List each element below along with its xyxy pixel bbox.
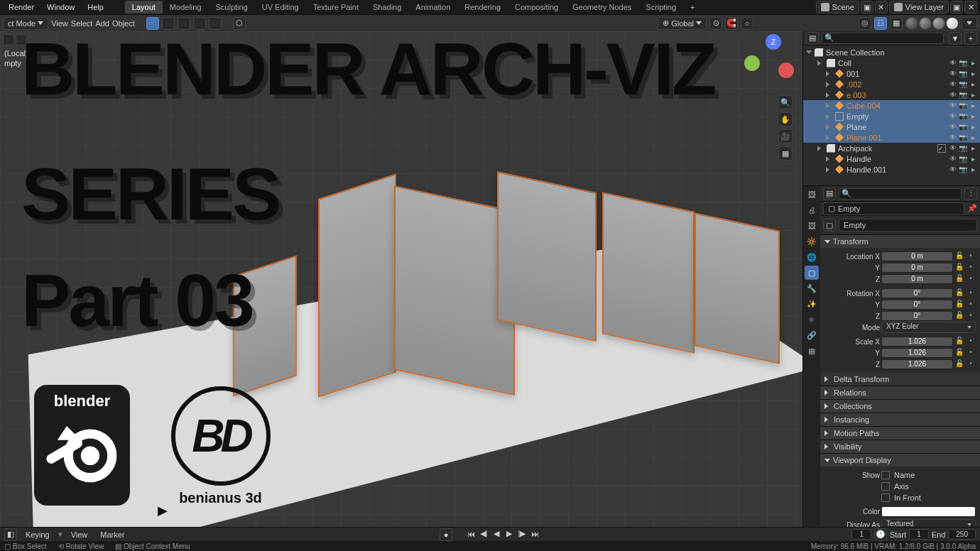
select-mode-5[interactable] <box>209 17 222 30</box>
tab-uv-editing[interactable]: UV Editing <box>255 1 306 13</box>
view-menu[interactable]: View <box>51 19 68 28</box>
tab-output-icon[interactable]: 🖨 <box>805 203 819 217</box>
section-header-transform[interactable]: Transform <box>820 235 980 248</box>
tab-layout[interactable]: Layout <box>125 1 163 13</box>
properties-pin-icon[interactable]: ▤ <box>823 187 836 200</box>
outliner-row[interactable]: .002👁📷▸ <box>803 79 980 89</box>
start-frame-field[interactable]: 1 <box>909 529 929 540</box>
view-layer-new-button[interactable]: ▣ <box>950 1 963 13</box>
color-swatch[interactable] <box>881 506 976 517</box>
scene-new-button[interactable]: ▣ <box>861 1 873 13</box>
tab-texture-paint[interactable]: Texture Paint <box>306 1 366 13</box>
gizmo-toggle[interactable]: ◎ <box>859 17 871 30</box>
disable-icon[interactable]: ▸ <box>969 144 977 153</box>
mode-dropdown[interactable]: ct Mode <box>3 17 48 30</box>
preview-range-icon[interactable]: 🕐 <box>874 528 887 541</box>
jump-start-icon[interactable]: ⏮ <box>465 528 477 540</box>
render-icon[interactable]: 📷 <box>959 102 967 110</box>
visibility-icon[interactable]: 👁 <box>949 91 957 99</box>
rotation-mode-dropdown[interactable]: XYZ Euler <box>881 322 976 333</box>
tab-geometry-nodes[interactable]: Geometry Nodes <box>565 1 638 13</box>
render-icon[interactable]: 📷 <box>959 144 967 153</box>
field-rotation-x[interactable]: 0° <box>881 288 953 298</box>
render-icon[interactable]: 📷 <box>959 70 967 78</box>
field-scale-y[interactable]: 1.026 <box>881 348 953 358</box>
section-header-motion-paths[interactable]: Motion Paths <box>820 427 980 440</box>
view-layer-selector[interactable]: View Layer <box>889 1 949 13</box>
proportional-toggle[interactable]: ○ <box>741 17 753 30</box>
disclosure-icon[interactable] <box>826 114 832 119</box>
tab-physics-icon[interactable]: ⚛ <box>805 312 819 327</box>
disable-icon[interactable]: ▸ <box>969 133 977 142</box>
visibility-icon[interactable]: 👁 <box>949 102 957 110</box>
outliner-tree[interactable]: Scene Collection Coll👁📷▸001👁📷▸.002👁📷▸e.0… <box>803 45 980 176</box>
object-menu[interactable]: Object <box>112 19 135 28</box>
tab-sculpting[interactable]: Sculpting <box>209 1 255 13</box>
visibility-icon[interactable]: 👁 <box>949 133 957 142</box>
orientation-dropdown[interactable]: ⊕ Global <box>658 17 707 30</box>
visibility-icon[interactable]: 👁 <box>949 144 957 153</box>
disable-icon[interactable]: ▸ <box>969 165 977 174</box>
outliner-filter-button[interactable]: ▼ <box>949 32 962 45</box>
key-next-icon[interactable]: |▶ <box>516 528 528 540</box>
checkbox-show-name[interactable] <box>881 471 890 479</box>
tab-rendering[interactable]: Rendering <box>457 1 508 13</box>
visibility-icon[interactable]: 👁 <box>949 123 957 131</box>
tab-render-icon[interactable]: 🖼 <box>805 187 819 202</box>
scene-delete-button[interactable]: ✕ <box>875 1 888 13</box>
disclosure-icon[interactable] <box>826 156 832 162</box>
tab-data-icon[interactable]: ▦ <box>805 344 819 358</box>
xray-toggle[interactable]: ▦ <box>890 17 903 30</box>
anim-icon[interactable]: • <box>966 288 976 298</box>
disclosure-icon[interactable] <box>826 92 832 98</box>
lock-icon[interactable]: 🔓 <box>954 337 964 347</box>
axis-y-icon[interactable] <box>744 55 760 71</box>
field-rotation-y[interactable]: 0° <box>881 300 953 310</box>
visibility-icon[interactable]: 👁 <box>949 70 957 78</box>
outliner-row[interactable]: Empty👁📷▸ <box>803 111 980 121</box>
outliner-row[interactable]: Handle👁📷▸ <box>803 153 980 164</box>
disclosure-icon[interactable] <box>826 103 832 109</box>
play-reverse-icon[interactable]: ◀ <box>491 528 502 540</box>
disable-icon[interactable]: ▸ <box>969 102 977 110</box>
select-mode-3[interactable] <box>178 17 190 30</box>
scene-selector[interactable]: Scene <box>816 1 859 13</box>
axis-z-icon[interactable]: Z <box>766 34 781 50</box>
lock-icon[interactable]: 🔓 <box>954 263 964 273</box>
render-icon[interactable]: 📷 <box>959 80 967 89</box>
auto-key-icon[interactable]: ● <box>440 528 452 541</box>
tab-scripting[interactable]: Scripting <box>638 1 683 13</box>
anim-icon[interactable]: • <box>966 274 976 284</box>
render-icon[interactable]: 📷 <box>959 123 967 131</box>
menu-window[interactable]: Window <box>41 1 80 13</box>
visibility-icon[interactable]: 👁 <box>949 59 957 67</box>
disclosure-icon[interactable] <box>826 124 832 130</box>
field-location-x[interactable]: 0 m <box>881 251 953 261</box>
pivot-dropdown[interactable]: ⊙ <box>709 17 722 30</box>
field-scale-z[interactable]: 1.026 <box>881 359 953 369</box>
viewport-3d[interactable]: (Local) mpty Options ▾ BLENDER ARCH-VIZ … <box>0 31 802 527</box>
disclosure-icon[interactable] <box>826 71 832 77</box>
disable-icon[interactable]: ▸ <box>969 59 977 67</box>
properties-options-icon[interactable]: ⋮ <box>964 187 977 200</box>
anim-icon[interactable]: • <box>966 359 976 369</box>
tab-constraints-icon[interactable]: 🔗 <box>805 328 819 342</box>
outliner-row[interactable]: Coll👁📷▸ <box>803 58 980 68</box>
anim-icon[interactable]: • <box>966 311 976 321</box>
disable-icon[interactable]: ▸ <box>969 91 977 99</box>
lock-icon[interactable]: 🔓 <box>954 300 964 310</box>
outliner-row[interactable]: Plane.001👁📷▸ <box>803 132 980 143</box>
render-icon[interactable]: 📷 <box>959 133 967 142</box>
jump-end-icon[interactable]: ⏭ <box>529 528 540 540</box>
tab-world-icon[interactable]: 🌐 <box>805 250 819 264</box>
object-name-input[interactable] <box>839 219 977 231</box>
outliner-search-input[interactable] <box>822 33 944 44</box>
menu-render[interactable]: Render <box>3 1 40 13</box>
lock-icon[interactable]: 🔓 <box>954 251 964 261</box>
lock-icon[interactable]: 🔓 <box>954 348 964 358</box>
disable-icon[interactable]: ▸ <box>969 70 977 78</box>
select-mode-4[interactable] <box>193 17 206 30</box>
visibility-icon[interactable]: 👁 <box>949 80 957 89</box>
add-menu[interactable]: Add <box>95 19 109 28</box>
anim-icon[interactable]: • <box>966 337 976 347</box>
